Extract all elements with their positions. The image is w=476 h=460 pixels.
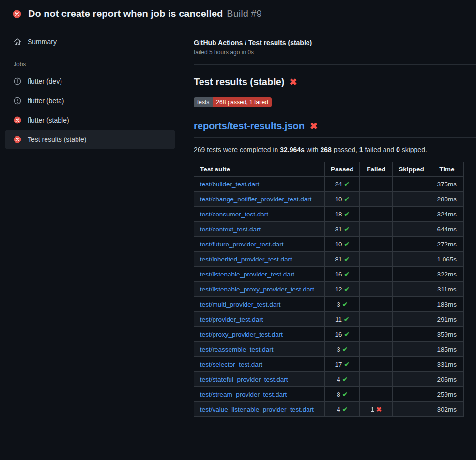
- test-suite-link[interactable]: test/multi_provider_test.dart: [200, 301, 281, 308]
- table-row: test/value_listenable_provider_test.dart…: [194, 402, 464, 417]
- results-table: Test suite Passed Failed Skipped Time te…: [194, 162, 464, 417]
- skipped-cell: [393, 177, 430, 192]
- test-suite-link[interactable]: test/context_test.dart: [200, 226, 261, 233]
- passed-cell: 24 ✔: [325, 177, 360, 192]
- passed-cell: 11 ✔: [325, 312, 360, 327]
- time-cell: 359ms: [430, 327, 463, 342]
- table-row: test/provider_test.dart 11 ✔ 291ms: [194, 312, 464, 327]
- failed-cell: [360, 312, 393, 327]
- failed-cell: [360, 357, 393, 372]
- results-summary: 269 tests were completed in 32.964s with…: [194, 146, 476, 153]
- check-icon: ✔: [344, 361, 349, 368]
- summary-text: failed and: [363, 146, 397, 153]
- test-suite-link[interactable]: test/selector_test.dart: [200, 361, 262, 368]
- test-suite-link[interactable]: test/listenable_provider_test.dart: [200, 271, 294, 278]
- col-header-time: Time: [430, 162, 463, 177]
- home-icon: [14, 38, 21, 46]
- table-row: test/stream_provider_test.dart 8 ✔ 259ms: [194, 387, 464, 402]
- table-row: test/future_provider_test.dart 10 ✔ 272m…: [194, 237, 464, 252]
- time-cell: 311ms: [430, 282, 463, 297]
- time-cell: 302ms: [430, 402, 463, 417]
- failed-cell: [360, 327, 393, 342]
- sidebar-item-label: flutter (stable): [28, 116, 69, 124]
- build-number: Build #9: [227, 8, 261, 19]
- table-row: test/change_notifier_provider_test.dart …: [194, 192, 464, 207]
- main-content: GitHub Actions / Test results (stable) f…: [181, 25, 476, 417]
- passed-cell: 17 ✔: [325, 357, 360, 372]
- test-suite-link[interactable]: test/provider_test.dart: [200, 316, 263, 323]
- time-cell: 183ms: [430, 297, 463, 312]
- test-suite-link[interactable]: test/stream_provider_test.dart: [200, 391, 287, 398]
- sidebar-item-label: flutter (dev): [28, 77, 62, 85]
- passed-cell: 81 ✔: [325, 252, 360, 267]
- badge-label: tests: [194, 97, 213, 107]
- table-row: test/proxy_provider_test.dart 16 ✔ 359ms: [194, 327, 464, 342]
- report-link[interactable]: reports/test-results.json: [194, 121, 305, 132]
- failed-cell: [360, 237, 393, 252]
- test-suite-link[interactable]: test/listenable_proxy_provider_test.dart: [200, 286, 314, 293]
- skipped-cell: [393, 357, 430, 372]
- test-suite-link[interactable]: test/proxy_provider_test.dart: [200, 331, 283, 338]
- failed-status-icon: [14, 136, 21, 143]
- test-suite-link[interactable]: test/stateful_provider_test.dart: [200, 376, 288, 383]
- table-row: test/listenable_provider_test.dart 16 ✔ …: [194, 267, 464, 282]
- failed-cell: [360, 342, 393, 357]
- failed-cell: [360, 177, 393, 192]
- sidebar-item-flutter-beta[interactable]: flutter (beta): [5, 91, 175, 110]
- summary-failed-count: 1: [359, 146, 363, 153]
- sidebar-item-test-results-stable[interactable]: Test results (stable): [5, 130, 175, 149]
- summary-text: 269 tests were completed in: [194, 146, 280, 153]
- summary-text: skipped.: [400, 146, 427, 153]
- failed-status-icon: [14, 116, 21, 124]
- table-row: test/selector_test.dart 17 ✔ 331ms: [194, 357, 464, 372]
- test-suite-link[interactable]: test/consumer_test.dart: [200, 211, 268, 218]
- time-cell: 375ms: [430, 177, 463, 192]
- failed-cell: [360, 372, 393, 387]
- time-cell: 324ms: [430, 207, 463, 222]
- section-title-text: Test results (stable): [194, 77, 284, 88]
- skipped-cell: [393, 267, 430, 282]
- passed-cell: 16 ✔: [325, 327, 360, 342]
- skipped-cell: [393, 207, 430, 222]
- test-suite-link[interactable]: test/future_provider_test.dart: [200, 241, 284, 248]
- check-icon: ✔: [344, 286, 349, 293]
- table-row: test/stateful_provider_test.dart 4 ✔ 206…: [194, 372, 464, 387]
- summary-duration: 32.964s: [280, 146, 305, 153]
- run-meta: failed 5 hours ago in 0s: [194, 49, 476, 56]
- time-cell: 206ms: [430, 372, 463, 387]
- failed-cell: [360, 192, 393, 207]
- cross-icon: ✖: [376, 406, 382, 413]
- check-icon: ✔: [342, 301, 348, 308]
- test-suite-link[interactable]: test/inherited_provider_test.dart: [200, 256, 292, 263]
- report-heading[interactable]: reports/test-results.json ✖: [194, 121, 476, 138]
- check-icon: ✔: [342, 391, 348, 398]
- skipped-cell: [393, 372, 430, 387]
- test-suite-link[interactable]: test/reassemble_test.dart: [200, 346, 274, 353]
- skipped-cell: [393, 342, 430, 357]
- check-icon: ✔: [344, 316, 349, 323]
- test-suite-link[interactable]: test/builder_test.dart: [200, 181, 259, 188]
- sidebar-item-summary[interactable]: Summary: [5, 32, 175, 51]
- neutral-status-icon: [14, 77, 21, 85]
- failed-cell: [360, 222, 393, 237]
- breadcrumb: GitHub Actions / Test results (stable): [194, 39, 476, 46]
- passed-cell: 10 ✔: [325, 237, 360, 252]
- time-cell: 259ms: [430, 387, 463, 402]
- table-row: test/consumer_test.dart 18 ✔ 324ms: [194, 207, 464, 222]
- sidebar-item-flutter-dev[interactable]: flutter (dev): [5, 72, 175, 91]
- section-title: Test results (stable) ✖: [194, 77, 476, 88]
- failed-cell: [360, 387, 393, 402]
- table-row: test/context_test.dart 31 ✔ 644ms: [194, 222, 464, 237]
- check-icon: ✔: [344, 211, 349, 218]
- skipped-cell: [393, 282, 430, 297]
- test-suite-link[interactable]: test/change_notifier_provider_test.dart: [200, 196, 311, 203]
- sidebar-item-flutter-stable[interactable]: flutter (stable): [5, 110, 175, 130]
- check-icon: ✔: [344, 181, 349, 188]
- skipped-cell: [393, 312, 430, 327]
- neutral-status-icon: [14, 97, 21, 105]
- passed-cell: 8 ✔: [325, 387, 360, 402]
- table-row: test/multi_provider_test.dart 3 ✔ 183ms: [194, 297, 464, 312]
- failed-cell: 1 ✖: [360, 402, 393, 417]
- test-suite-link[interactable]: test/value_listenable_provider_test.dart: [200, 406, 314, 413]
- time-cell: 331ms: [430, 357, 463, 372]
